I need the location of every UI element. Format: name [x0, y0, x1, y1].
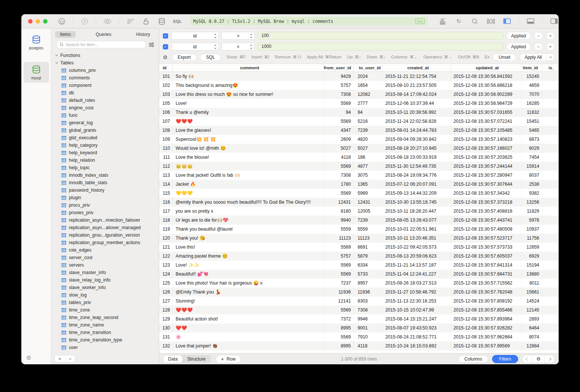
cell-from-user-id[interactable]: 7308: [324, 90, 354, 99]
cell-from-user-id[interactable]: 11123: [324, 234, 354, 243]
cell-id[interactable]: 124: [159, 270, 173, 279]
sidebar-table-item[interactable]: engine_cost: [51, 104, 159, 112]
table-row[interactable]: 102 This background is amazing😍 5757 165…: [159, 81, 559, 90]
cell-id[interactable]: 130: [159, 323, 173, 332]
cell-item-id[interactable]: 9382: [522, 189, 543, 198]
cell-is[interactable]: [543, 314, 559, 323]
sidebar-table-item[interactable]: procs_priv: [51, 201, 159, 209]
cell-from-user-id[interactable]: 8180: [324, 207, 354, 216]
sidebar-table-item[interactable]: component: [51, 82, 159, 89]
cell-to-user-id[interactable]: 5969: [354, 189, 382, 198]
cell-updated-at[interactable]: 2015-12-08 15:30:57.605037: [451, 252, 522, 261]
cell-to-user-id[interactable]: 8303: [354, 297, 382, 306]
columns-button[interactable]: Columns: [458, 355, 488, 363]
cell-is[interactable]: [543, 126, 559, 135]
chart-icon[interactable]: [438, 17, 447, 26]
database-icon[interactable]: [157, 17, 166, 26]
table-row[interactable]: 110 Would love to! @mith 😊 5027 5027 201…: [159, 144, 559, 153]
cell-from-user-id[interactable]: 5569: [324, 189, 354, 198]
cell-to-user-id[interactable]: 8957: [354, 279, 382, 288]
cell-is[interactable]: [543, 198, 559, 207]
cell-item-id[interactable]: 15194: [522, 261, 543, 270]
connection-mysql[interactable]: mysql: [24, 62, 49, 83]
table-row[interactable]: 105 Love! 5569 2777 2015-12-06 10:37:39.…: [159, 99, 559, 108]
table-row[interactable]: 128 ❤️❤️❤️ 5569 7308 2015-10-15 10:02:47…: [159, 306, 559, 314]
connection-icon[interactable]: [57, 17, 66, 26]
preview-eye-icon[interactable]: [103, 17, 112, 26]
cell-from-user-id[interactable]: 5569: [324, 261, 354, 270]
table-row[interactable]: 101 So fly 🙌🏼 9429 2024 2015-11-21 22:12…: [159, 72, 559, 81]
cell-id[interactable]: 102: [159, 81, 173, 90]
cell-is[interactable]: [543, 162, 559, 171]
add-filter-button[interactable]: +: [546, 32, 555, 40]
toggle-bottom-panel-icon[interactable]: [526, 17, 535, 26]
cell-comment[interactable]: ❤️❤️❤️: [173, 117, 324, 126]
cell-from-user-id[interactable]: 12141: [324, 297, 354, 306]
cell-item-id[interactable]: 10937: [522, 225, 543, 234]
cell-item-id[interactable]: 16285: [522, 99, 543, 108]
cell-is[interactable]: [543, 279, 559, 288]
table-row[interactable]: 126 @Emily Thank you 💃 11936 11936 2015-…: [159, 288, 559, 297]
cell-comment[interactable]: Would love to! @mith 😊: [173, 144, 324, 153]
cell-to-user-id[interactable]: 9946: [354, 314, 382, 323]
cell-id[interactable]: 116: [159, 198, 173, 207]
cell-created-at[interactable]: 2015-11-21 22:12:54.754: [382, 72, 451, 81]
cell-id[interactable]: 122: [159, 252, 173, 261]
cell-is[interactable]: [543, 297, 559, 306]
center-layout-icon[interactable]: [486, 17, 495, 26]
cell-from-user-id[interactable]: 1780: [324, 180, 354, 189]
cell-to-user-id[interactable]: 7239: [354, 126, 382, 135]
table-row[interactable]: 122 Amazing pastel theme 😊 5757 5879 201…: [159, 252, 559, 261]
add-item-button[interactable]: +: [55, 355, 65, 362]
filter-value-input[interactable]: 1000: [258, 43, 503, 51]
cell-updated-at[interactable]: 2015-12-08 15:30:57.307644: [451, 180, 522, 189]
cell-from-user-id[interactable]: 4118: [324, 153, 354, 162]
cell-updated-at[interactable]: 2015-12-08 15:30:57.140823: [451, 135, 522, 144]
cell-is[interactable]: [543, 252, 559, 261]
cell-from-user-id[interactable]: 7237: [324, 279, 354, 288]
cell-comment[interactable]: Beautiful!! 💕💘: [173, 270, 324, 279]
cell-item-id[interactable]: 11756: [522, 234, 543, 243]
cell-is[interactable]: [543, 72, 559, 81]
cell-is[interactable]: [543, 225, 559, 234]
cell-from-user-id[interactable]: 5569: [324, 99, 354, 108]
filter-options-icon[interactable]: [149, 42, 154, 47]
cell-comment[interactable]: Thank u @emily: [173, 108, 324, 117]
sidebar-table-item[interactable]: plugin: [51, 194, 159, 201]
cell-is[interactable]: [543, 90, 559, 99]
cell-to-user-id[interactable]: 5216: [354, 117, 382, 126]
cell-to-user-id[interactable]: 1654: [354, 81, 382, 90]
cell-from-user-id[interactable]: 4347: [324, 126, 354, 135]
group-functions[interactable]: Functions: [51, 52, 159, 59]
cell-created-at[interactable]: 2015-09-04 09:28:30.842: [382, 135, 451, 144]
cell-created-at[interactable]: 2015-09-13 14:44:32.209: [382, 189, 451, 198]
cell-created-at[interactable]: 2015-11-21 14:13:57.187: [382, 261, 451, 270]
cell-comment[interactable]: Love this photo! Your hair is gorgeous 😜…: [173, 279, 324, 288]
cell-from-user-id[interactable]: 94: [324, 108, 354, 117]
sidebar-table-item[interactable]: help_relation: [51, 157, 159, 164]
cell-item-id[interactable]: 6464: [522, 323, 543, 332]
cell-is[interactable]: [543, 144, 559, 153]
cell-id[interactable]: 103: [159, 90, 173, 99]
cell-to-user-id[interactable]: 12431: [354, 198, 382, 207]
table-row[interactable]: 132 Love that jumper! 👏🏾 8995 4118 2015-…: [159, 341, 559, 350]
cell-comment[interactable]: Stunning!: [173, 297, 324, 306]
cell-is[interactable]: [543, 243, 559, 252]
cell-to-user-id[interactable]: 1365: [354, 180, 382, 189]
sidebar-table-item[interactable]: innodb_index_stats: [51, 171, 159, 179]
cell-comment[interactable]: Thank you beautiful @laurel: [173, 225, 324, 234]
cell-to-user-id[interactable]: 9001: [354, 323, 382, 332]
cell-comment[interactable]: Amazing pastel theme 😊: [173, 252, 324, 261]
page-settings-gear-icon[interactable]: ⚙: [532, 355, 544, 363]
cell-item-id[interactable]: 8074: [522, 332, 543, 341]
cell-comment[interactable]: Love! ✨✨: [173, 261, 324, 270]
filter-column-select[interactable]: id: [171, 43, 219, 51]
sidebar-table-item[interactable]: server_cost: [51, 254, 159, 261]
cell-item-id[interactable]: 6029: [522, 144, 543, 153]
table-row[interactable]: 124 Beautiful!! 💕💘 5569 5733 2015-11-04 …: [159, 270, 559, 279]
cell-to-user-id[interactable]: 7308: [354, 306, 382, 314]
refresh-icon[interactable]: ↻: [454, 17, 463, 26]
sidebar-table-item[interactable]: slave_master_info: [51, 269, 159, 276]
filter-enabled-checkbox[interactable]: ✓: [163, 44, 168, 49]
table-row[interactable]: 108 Love the glasses! 4347 7239 2015-08-…: [159, 126, 559, 135]
